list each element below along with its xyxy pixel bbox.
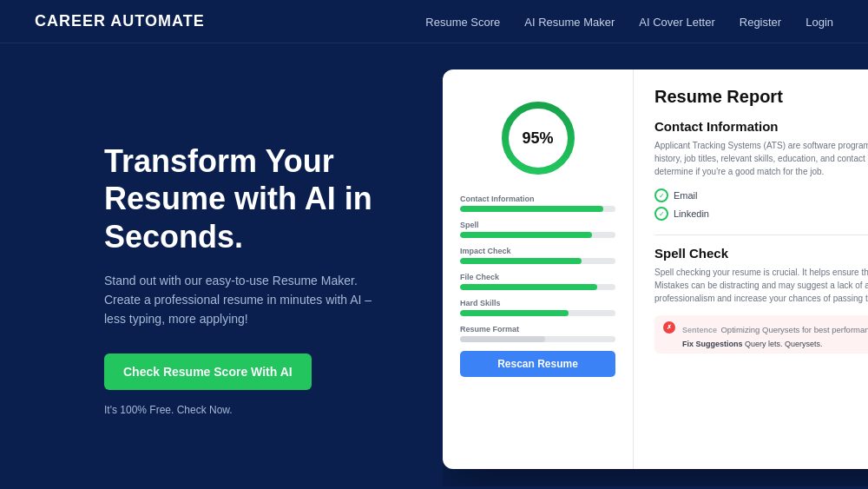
check-icon-email [654,188,668,202]
contact-section-title: Contact Information [654,119,868,134]
spell-issue: Sentence Optimizing Querysets for best p… [654,315,868,354]
score-circle: 95% [499,99,577,177]
nav-link-register[interactable]: Register [740,16,781,29]
nav-logo: CAREER AUTOMATE [35,12,205,30]
spell-issue-content: Sentence Optimizing Querysets for best p… [682,320,868,348]
section-bar-inner [460,232,592,238]
section-bar-outer [460,232,615,238]
spell-section-desc: Spell checking your resume is crucial. I… [654,266,868,305]
section-label: Impact Check [460,247,615,255]
section-hard-skills: Hard Skills [460,299,615,316]
nav-link-ai-resume-maker[interactable]: AI Resume Maker [524,16,615,29]
check-email: Email [654,188,868,202]
check-resume-button[interactable]: Check Resume Score With AI [104,354,312,390]
contact-checks: Email Phone Linkedin Location [654,188,868,221]
section-bar-outer [460,310,615,316]
nav-link-ai-cover-letter[interactable]: AI Cover Letter [639,16,714,29]
rescan-button[interactable]: Rescan Resume [460,351,615,377]
card-sections: Contact Information Spell Impact Check [460,195,615,342]
check-icon-linkedin [654,207,668,221]
section-contact-info: Contact Information [460,195,615,212]
section-spell: Spell [460,221,615,238]
resume-card: 95% Contact Information Spell [443,69,868,469]
section-label: Spell [460,221,615,229]
navbar: CAREER AUTOMATE Resume Score AI Resume M… [0,0,868,43]
hero-free-text: It's 100% Free. Check Now. [104,404,451,416]
section-bar-outer [460,284,615,290]
hero-title: Transform Your Resume with AI in Seconds… [104,142,451,255]
section-bar-inner [460,206,603,212]
report-title: Resume Report [654,87,868,107]
section-bar-outer [460,206,615,212]
fix-label: Fix Suggestions [682,340,743,348]
card-right-panel: Resume Report Contact Information Applic… [634,69,868,469]
card-left-panel: 95% Contact Information Spell [443,69,634,469]
section-bar-inner [460,310,569,316]
score-value: 95% [522,129,553,148]
section-label: File Check [460,273,615,281]
section-file: File Check [460,273,615,290]
section-label: Resume Format [460,325,615,334]
divider [654,235,868,235]
section-bar-outer [460,258,615,264]
spell-issue-row: Sentence Optimizing Querysets for best p… [663,320,868,348]
check-label-linkedin: Linkedin [674,208,709,219]
section-bar-inner [460,284,597,290]
section-bar-outer [460,336,615,342]
hero-subtitle: Stand out with our easy-to-use Resume Ma… [104,271,382,329]
spell-sentence-text: Optimizing Querysets for best performanc… [720,325,868,334]
check-linkedin: Linkedin [654,207,868,221]
nav-link-login[interactable]: Login [806,16,833,29]
red-dot-icon [663,321,675,334]
resume-card-container: 95% Contact Information Spell [443,69,868,486]
section-bar-inner [460,336,545,342]
section-label: Contact Information [460,195,615,203]
spell-check-section: Spell Check Spell checking your resume i… [654,246,868,354]
nav-link-resume-score[interactable]: Resume Score [425,16,500,29]
contact-section-desc: Applicant Tracking Systems (ATS) are sof… [654,139,868,178]
check-label-email: Email [674,190,698,201]
fix-suggestions: Fix Suggestions Query lets. Querysets. [682,340,868,348]
section-format: Resume Format [460,325,615,342]
hero-section: Transform Your Resume with AI in Seconds… [0,43,868,489]
section-label: Hard Skills [460,299,615,307]
spell-sentence-label: Sentence [682,326,717,334]
fix-text: Query lets. Querysets. [745,340,823,348]
nav-links: Resume Score AI Resume Maker AI Cover Le… [425,14,833,30]
section-bar-inner [460,258,582,264]
hero-left: Transform Your Resume with AI in Seconds… [104,142,451,416]
section-impact: Impact Check [460,247,615,264]
spell-section-title: Spell Check [654,246,868,261]
